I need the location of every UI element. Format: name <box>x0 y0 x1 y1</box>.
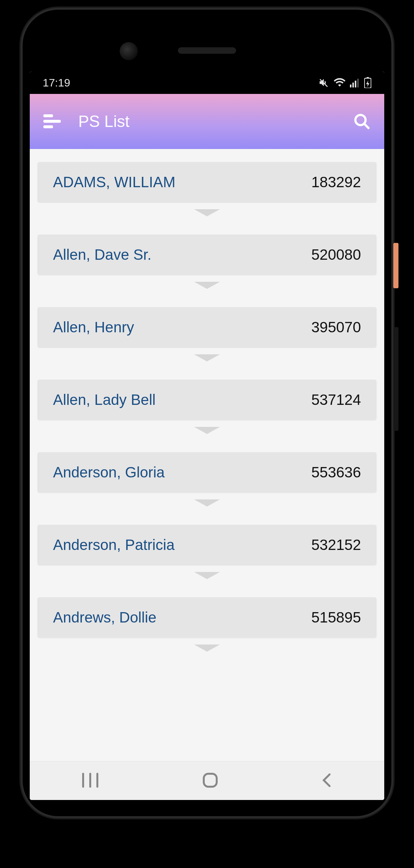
expand-button[interactable] <box>37 347 377 380</box>
nav-back-button[interactable] <box>320 772 334 789</box>
list-item-id: 537124 <box>311 391 361 408</box>
nav-home-button[interactable] <box>202 772 219 790</box>
svg-rect-3 <box>357 79 359 88</box>
chevron-down-icon <box>194 572 220 579</box>
home-icon <box>202 772 219 789</box>
menu-button[interactable] <box>43 114 61 129</box>
list-item-id: 553636 <box>311 463 361 481</box>
chevron-down-icon <box>194 427 220 434</box>
page-title: PS List <box>78 112 336 131</box>
svg-rect-5 <box>367 77 369 78</box>
status-icons <box>318 77 371 88</box>
expand-button[interactable] <box>37 275 377 307</box>
wifi-icon <box>334 78 345 88</box>
phone-side-button-power <box>393 243 399 288</box>
hamburger-icon <box>43 114 53 117</box>
list-item-name: Andrews, Dollie <box>53 609 157 626</box>
expand-button[interactable] <box>37 565 377 597</box>
svg-rect-2 <box>355 81 356 88</box>
list-item-name: Allen, Henry <box>53 318 134 336</box>
chevron-down-icon <box>194 209 220 216</box>
expand-button[interactable] <box>37 202 377 235</box>
expand-button[interactable] <box>37 638 377 670</box>
list-item-name: ADAMS, WILLIAM <box>53 173 175 191</box>
phone-speaker <box>178 47 236 54</box>
nav-recents-button[interactable] <box>80 772 100 789</box>
back-icon <box>320 772 334 788</box>
list-item-id: 395070 <box>311 318 361 336</box>
svg-rect-1 <box>352 83 354 88</box>
status-time: 17:19 <box>43 76 70 89</box>
phone-frame: 17:19 PS List ADAMS, WILLIAM <box>23 10 391 816</box>
recents-icon <box>80 772 100 788</box>
phone-camera <box>120 42 138 60</box>
list-item[interactable]: Anderson, Patricia 532152 <box>37 525 377 565</box>
list-item[interactable]: Anderson, Gloria 553636 <box>37 452 377 492</box>
android-nav-bar <box>30 761 384 800</box>
list-item-id: 183292 <box>311 173 361 191</box>
ps-list[interactable]: ADAMS, WILLIAM 183292 Allen, Dave Sr. 52… <box>30 149 384 761</box>
chevron-down-icon <box>194 282 220 289</box>
list-item-id: 532152 <box>311 536 361 554</box>
list-item[interactable]: Andrews, Dollie 515895 <box>37 597 377 638</box>
svg-rect-0 <box>350 85 352 88</box>
chevron-down-icon <box>194 499 220 506</box>
list-item-name: Allen, Dave Sr. <box>53 246 151 263</box>
app-header: PS List <box>30 94 384 149</box>
chevron-down-icon <box>194 645 220 652</box>
list-item-id: 515895 <box>311 609 361 626</box>
svg-rect-11 <box>204 774 217 787</box>
list-item[interactable]: ADAMS, WILLIAM 183292 <box>37 162 377 202</box>
status-bar: 17:19 <box>30 71 384 94</box>
screen: 17:19 PS List ADAMS, WILLIAM <box>30 71 384 800</box>
list-item-name: Anderson, Patricia <box>53 536 175 554</box>
list-item[interactable]: Allen, Dave Sr. 520080 <box>37 235 377 275</box>
list-item-id: 520080 <box>311 246 361 263</box>
expand-button[interactable] <box>37 420 377 452</box>
mute-icon <box>318 77 329 88</box>
list-item-name: Anderson, Gloria <box>53 463 165 481</box>
list-item[interactable]: Allen, Henry 395070 <box>37 307 377 347</box>
signal-icon <box>350 78 360 88</box>
chevron-down-icon <box>194 354 220 362</box>
search-icon <box>353 113 371 130</box>
battery-icon <box>364 77 371 88</box>
list-item-name: Allen, Lady Bell <box>53 391 156 408</box>
expand-button[interactable] <box>37 492 377 525</box>
svg-line-7 <box>364 124 369 128</box>
phone-side-button-volume <box>393 327 399 431</box>
search-button[interactable] <box>353 113 371 130</box>
list-item[interactable]: Allen, Lady Bell 537124 <box>37 380 377 420</box>
